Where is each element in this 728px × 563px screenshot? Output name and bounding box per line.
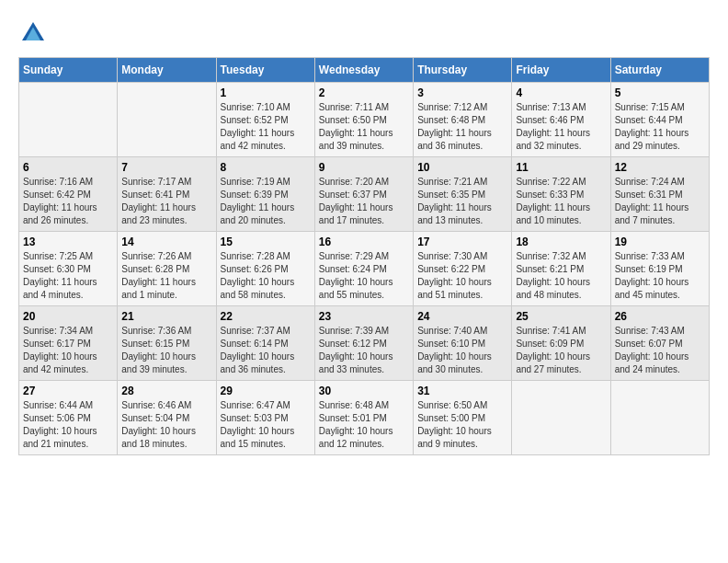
day-number: 18 (516, 236, 606, 248)
cell-text: Sunset: 5:00 PM (417, 412, 507, 425)
calendar-week-1: 1Sunrise: 7:10 AMSunset: 6:52 PMDaylight… (19, 83, 710, 157)
cell-text: Daylight: 10 hours and 30 minutes. (417, 350, 507, 376)
cell-text: Daylight: 11 hours and 17 minutes. (319, 201, 409, 227)
cell-text: Daylight: 10 hours and 48 minutes. (516, 276, 606, 302)
calendar-cell: 31Sunrise: 6:50 AMSunset: 5:00 PMDayligh… (414, 381, 512, 455)
cell-text: Sunrise: 7:25 AM (23, 250, 113, 263)
calendar-cell: 21Sunrise: 7:36 AMSunset: 6:15 PMDayligh… (118, 306, 216, 381)
cell-text: Sunrise: 7:37 AM (221, 325, 311, 338)
cell-text: Daylight: 11 hours and 42 minutes. (221, 127, 311, 153)
calendar-table: SundayMondayTuesdayWednesdayThursdayFrid… (18, 57, 710, 455)
calendar-cell: 6Sunrise: 7:16 AMSunset: 6:42 PMDaylight… (19, 157, 118, 232)
day-number: 6 (23, 161, 113, 174)
calendar-cell: 19Sunrise: 7:33 AMSunset: 6:19 PMDayligh… (610, 232, 709, 306)
cell-text: Sunset: 6:48 PM (417, 114, 507, 127)
cell-text: Sunset: 6:46 PM (516, 114, 606, 127)
day-number: 28 (121, 385, 211, 397)
cell-text: Sunset: 6:07 PM (615, 338, 705, 350)
cell-text: Sunset: 6:42 PM (23, 189, 113, 201)
cell-text: Sunrise: 6:46 AM (121, 399, 211, 412)
calendar-cell: 13Sunrise: 7:25 AMSunset: 6:30 PMDayligh… (19, 232, 118, 306)
cell-text: Daylight: 10 hours and 12 minutes. (319, 425, 409, 451)
cell-text: Daylight: 11 hours and 13 minutes. (417, 201, 507, 227)
calendar-cell: 14Sunrise: 7:26 AMSunset: 6:28 PMDayligh… (118, 232, 216, 306)
calendar-week-3: 13Sunrise: 7:25 AMSunset: 6:30 PMDayligh… (19, 232, 710, 306)
cell-text: Sunset: 6:17 PM (23, 338, 113, 350)
calendar-cell: 1Sunrise: 7:10 AMSunset: 6:52 PMDaylight… (216, 83, 314, 157)
calendar-cell: 3Sunrise: 7:12 AMSunset: 6:48 PMDaylight… (414, 83, 512, 157)
cell-text: Sunset: 6:12 PM (319, 338, 409, 350)
cell-text: Sunset: 5:06 PM (23, 412, 113, 425)
calendar-cell: 16Sunrise: 7:29 AMSunset: 6:24 PMDayligh… (314, 232, 413, 306)
day-number: 16 (319, 236, 409, 248)
cell-text: Daylight: 11 hours and 32 minutes. (516, 127, 606, 153)
column-header-tuesday: Tuesday (216, 58, 314, 83)
calendar-cell: 15Sunrise: 7:28 AMSunset: 6:26 PMDayligh… (216, 232, 314, 306)
cell-text: Sunrise: 6:47 AM (221, 399, 311, 412)
cell-text: Sunset: 6:31 PM (615, 189, 705, 201)
day-number: 26 (615, 310, 705, 323)
cell-text: Daylight: 11 hours and 26 minutes. (23, 201, 113, 227)
cell-text: Sunset: 6:33 PM (516, 189, 606, 201)
day-number: 29 (221, 385, 311, 397)
cell-text: Sunrise: 7:41 AM (516, 325, 606, 338)
day-number: 21 (121, 310, 211, 323)
calendar-cell: 11Sunrise: 7:22 AMSunset: 6:33 PMDayligh… (512, 157, 610, 232)
column-header-thursday: Thursday (414, 58, 512, 83)
calendar-cell: 5Sunrise: 7:15 AMSunset: 6:44 PMDaylight… (610, 83, 709, 157)
calendar-cell: 8Sunrise: 7:19 AMSunset: 6:39 PMDaylight… (216, 157, 314, 232)
calendar-cell: 18Sunrise: 7:32 AMSunset: 6:21 PMDayligh… (512, 232, 610, 306)
cell-text: Daylight: 10 hours and 55 minutes. (319, 276, 409, 302)
day-number: 17 (417, 236, 507, 248)
cell-text: Daylight: 11 hours and 20 minutes. (221, 201, 311, 227)
column-header-sunday: Sunday (19, 58, 118, 83)
cell-text: Sunrise: 7:34 AM (23, 325, 113, 338)
cell-text: Sunrise: 7:29 AM (319, 250, 409, 263)
cell-text: Sunrise: 7:32 AM (516, 250, 606, 263)
day-number: 23 (319, 310, 409, 323)
day-number: 1 (221, 86, 311, 99)
cell-text: Sunrise: 7:28 AM (221, 250, 311, 263)
cell-text: Daylight: 11 hours and 4 minutes. (23, 276, 113, 302)
day-number: 30 (319, 385, 409, 397)
cell-text: Sunrise: 7:17 AM (121, 176, 211, 189)
cell-text: Sunset: 6:41 PM (121, 189, 211, 201)
day-number: 5 (615, 86, 705, 99)
calendar-cell: 2Sunrise: 7:11 AMSunset: 6:50 PMDaylight… (314, 83, 413, 157)
cell-text: Daylight: 11 hours and 29 minutes. (615, 127, 705, 153)
cell-text: Sunrise: 7:15 AM (615, 101, 705, 114)
cell-text: Daylight: 10 hours and 36 minutes. (221, 350, 311, 376)
cell-text: Sunset: 5:01 PM (319, 412, 409, 425)
cell-text: Sunset: 6:35 PM (417, 189, 507, 201)
day-number: 7 (121, 161, 211, 174)
day-number: 12 (615, 161, 705, 174)
cell-text: Sunrise: 7:24 AM (615, 176, 705, 189)
cell-text: Daylight: 10 hours and 58 minutes. (221, 276, 311, 302)
cell-text: Sunrise: 7:21 AM (417, 176, 507, 189)
day-number: 25 (516, 310, 606, 323)
calendar-week-4: 20Sunrise: 7:34 AMSunset: 6:17 PMDayligh… (19, 306, 710, 381)
calendar-cell: 20Sunrise: 7:34 AMSunset: 6:17 PMDayligh… (19, 306, 118, 381)
column-header-monday: Monday (118, 58, 216, 83)
cell-text: Sunset: 6:52 PM (221, 114, 311, 127)
cell-text: Sunrise: 7:36 AM (121, 325, 211, 338)
cell-text: Sunrise: 7:12 AM (417, 101, 507, 114)
day-number: 19 (615, 236, 705, 248)
day-number: 13 (23, 236, 113, 248)
cell-text: Sunrise: 7:30 AM (417, 250, 507, 263)
day-number: 20 (23, 310, 113, 323)
cell-text: Sunrise: 7:10 AM (221, 101, 311, 114)
cell-text: Daylight: 11 hours and 39 minutes. (319, 127, 409, 153)
calendar-week-5: 27Sunrise: 6:44 AMSunset: 5:06 PMDayligh… (19, 381, 710, 455)
calendar-cell: 23Sunrise: 7:39 AMSunset: 6:12 PMDayligh… (314, 306, 413, 381)
calendar-cell (512, 381, 610, 455)
header-row: SundayMondayTuesdayWednesdayThursdayFrid… (19, 58, 710, 83)
cell-text: Daylight: 10 hours and 39 minutes. (121, 350, 211, 376)
day-number: 22 (221, 310, 311, 323)
cell-text: Daylight: 10 hours and 18 minutes. (121, 425, 211, 451)
cell-text: Sunset: 6:21 PM (516, 263, 606, 276)
calendar-cell (610, 381, 709, 455)
calendar-cell: 4Sunrise: 7:13 AMSunset: 6:46 PMDaylight… (512, 83, 610, 157)
cell-text: Sunrise: 7:19 AM (221, 176, 311, 189)
cell-text: Sunrise: 7:20 AM (319, 176, 409, 189)
